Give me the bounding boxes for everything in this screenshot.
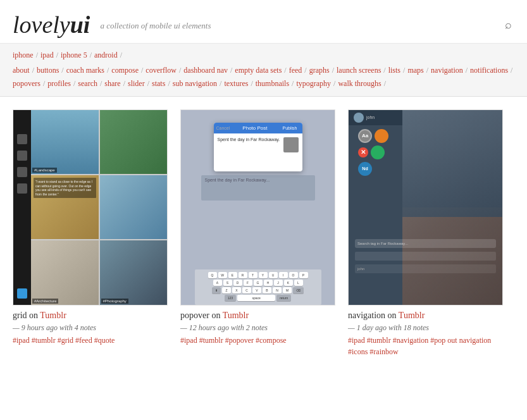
nav-coverflow[interactable]: coverflow [146, 66, 177, 75]
item-card: john Aa ✕ Nd [348, 109, 503, 357]
item-tags: #ipad #tumblr #popover #compose [180, 335, 335, 346]
nav-buttons[interactable]: buttons [37, 66, 59, 75]
nav-maps[interactable]: maps [407, 66, 423, 75]
nav-share[interactable]: share [104, 79, 120, 88]
item-tumblr-link[interactable]: Tumblr [40, 311, 66, 320]
nav-container: iphone / ipad / iphone 5 / android / abo… [0, 44, 527, 97]
nav-android[interactable]: android [94, 51, 118, 59]
nav-walk-throughs[interactable]: walk throughs [338, 79, 381, 88]
nav-notifications[interactable]: notifications [470, 66, 508, 75]
nav-ipad[interactable]: ipad [40, 51, 54, 59]
nav-empty-data-sets[interactable]: empty data sets [235, 66, 282, 75]
search-button[interactable]: ⌕ [502, 16, 514, 34]
item-meta: — 9 hours ago with 4 notes [13, 323, 168, 333]
item-title: navigation on Tumblr [348, 311, 503, 321]
item-card: #Landscape "I want to stand as close to … [13, 109, 168, 357]
item-tumblr-link[interactable]: Tumblr [399, 311, 425, 320]
nav-profiles[interactable]: profiles [47, 79, 71, 88]
item-tumblr-link[interactable]: Tumblr [223, 311, 249, 320]
nav-dashboard-nav[interactable]: dashboard nav [183, 66, 228, 75]
nav-lists[interactable]: lists [388, 66, 400, 75]
nav-feed[interactable]: feed [289, 66, 302, 75]
item-tags: #ipad #tumblr #grid #feed #quote [13, 335, 168, 346]
nav-slider[interactable]: slider [128, 79, 145, 88]
logo: lovelyui [13, 13, 90, 37]
nav-popovers[interactable]: popovers [13, 79, 40, 88]
item-card: Cancel Photo Post Publish Spent the day … [180, 109, 335, 357]
nav-top-row: iphone / ipad / iphone 5 / android / [13, 49, 514, 63]
main-content: #Landscape "I want to stand as close to … [0, 97, 527, 370]
nav-iphone5[interactable]: iphone 5 [61, 51, 87, 59]
item-image-popover: Cancel Photo Post Publish Spent the day … [180, 109, 335, 306]
nav-about[interactable]: about [13, 66, 30, 75]
nav-stats[interactable]: stats [152, 79, 165, 88]
item-meta: — 1 day ago with 18 notes [348, 323, 503, 333]
nav-sub-navigation[interactable]: sub navigation [173, 79, 217, 88]
nav-coach-marks[interactable]: coach marks [66, 66, 104, 75]
item-title: grid on Tumblr [13, 311, 168, 321]
item-image-grid: #Landscape "I want to stand as close to … [13, 109, 168, 306]
logo-lovely: lovely [13, 11, 70, 38]
nav-launch-screens[interactable]: launch screens [337, 66, 381, 75]
nav-thumbnails[interactable]: thumbnails [256, 79, 289, 88]
nav-navigation[interactable]: navigation [431, 66, 463, 75]
nav-bottom-row: about / buttons / coach marks / compose … [13, 64, 514, 91]
item-tags: #ipad #tumblr #navigation #pop out navig… [348, 335, 503, 357]
logo-ui: ui [70, 11, 90, 38]
nav-graphs[interactable]: graphs [309, 66, 330, 75]
nav-search[interactable]: search [78, 79, 97, 88]
nav-iphone[interactable]: iphone [13, 51, 34, 59]
nav-typography[interactable]: typography [296, 79, 331, 88]
item-image-navigation: john Aa ✕ Nd [348, 109, 503, 306]
logo-area: lovelyui a collection of mobile ui eleme… [13, 13, 211, 37]
tagline: a collection of mobile ui elements [100, 21, 211, 31]
nav-compose[interactable]: compose [111, 66, 139, 75]
item-meta: — 12 hours ago with 2 notes [180, 323, 335, 333]
header: lovelyui a collection of mobile ui eleme… [0, 0, 527, 44]
items-grid: #Landscape "I want to stand as close to … [13, 109, 514, 357]
nav-textures[interactable]: textures [224, 79, 248, 88]
item-title: popover on Tumblr [180, 311, 335, 321]
